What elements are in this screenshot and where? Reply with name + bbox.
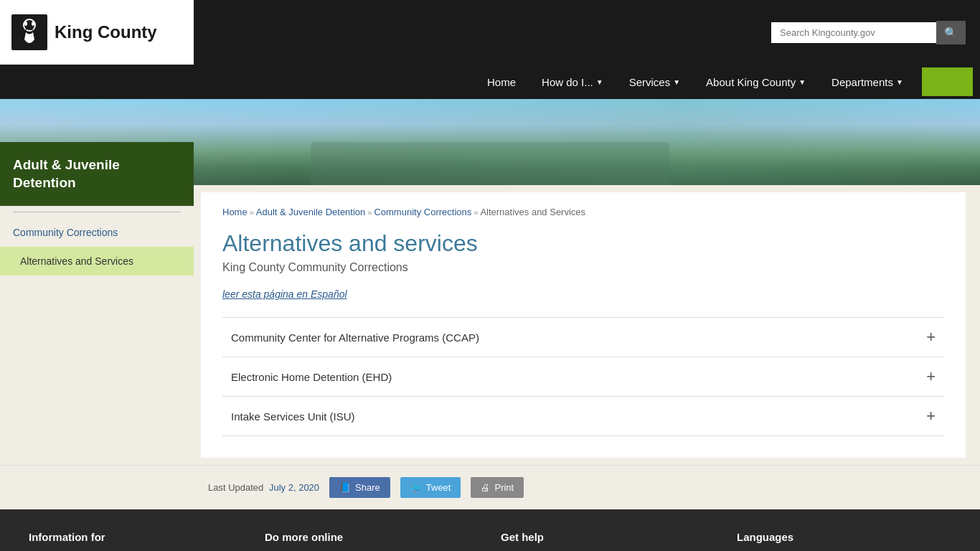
accordion-label-isu: Intake Services Unit (ISU) — [231, 410, 355, 423]
footer: Information for Residents Businesses Do … — [0, 509, 980, 551]
search-input[interactable] — [771, 22, 936, 43]
logo-icon: KC — [11, 14, 47, 50]
footer-col-languages: Languages En Español — [737, 531, 951, 551]
logo-area[interactable]: KC King County — [0, 0, 194, 65]
sidebar-item-alternatives-services[interactable]: Alternatives and Services — [0, 247, 194, 276]
accordion-plus-icon-ehd: + — [926, 369, 936, 385]
nav-departments[interactable]: Departments ▼ — [819, 65, 916, 99]
how-do-i-arrow-icon: ▼ — [596, 78, 603, 86]
accordion-plus-icon-isu: + — [926, 408, 936, 424]
services-arrow-icon: ▼ — [673, 78, 680, 86]
footer-col-online-title: Do more online — [265, 531, 479, 543]
main-container: Adult & Juvenile Detention Community Cor… — [0, 185, 980, 465]
nav-home[interactable]: Home — [474, 65, 529, 99]
bottom-bar: Last Updated July 2, 2020 📘 Share 🐦 Twee… — [0, 465, 980, 509]
sidebar-header: Adult & Juvenile Detention — [0, 142, 194, 206]
spanish-link[interactable]: leer esta página en Español — [222, 288, 347, 300]
accordion-item-ccap[interactable]: Community Center for Alternative Program… — [222, 317, 944, 357]
footer-col-info-title: Information for — [29, 531, 243, 543]
content-area: Home » Adult & Juvenile Detention » Comm… — [201, 192, 966, 458]
date-link[interactable]: July 2, 2020 — [269, 482, 319, 493]
last-updated-text: Last Updated July 2, 2020 — [208, 482, 319, 493]
departments-arrow-icon: ▼ — [896, 78, 903, 86]
accordion: Community Center for Alternative Program… — [222, 317, 944, 436]
breadcrumb-sep-3: » — [473, 208, 478, 217]
accordion-label-ehd: Electronic Home Detention (EHD) — [231, 371, 392, 383]
print-button[interactable]: 🖨 Print — [471, 477, 524, 498]
nav-how-do-i[interactable]: How do I... ▼ — [529, 65, 616, 99]
breadcrumb-home[interactable]: Home — [222, 207, 248, 217]
accordion-label-ccap: Community Center for Alternative Program… — [231, 331, 479, 344]
accordion-item-isu[interactable]: Intake Services Unit (ISU) + — [222, 396, 944, 436]
nav-services[interactable]: Services ▼ — [616, 65, 693, 99]
search-button[interactable]: 🔍 — [936, 21, 966, 44]
sidebar-divider — [13, 212, 181, 212]
logo-text: King County — [55, 23, 157, 42]
navigation-bar: Home How do I... ▼ Services ▼ About King… — [0, 65, 980, 99]
breadcrumb: Home » Adult & Juvenile Detention » Comm… — [222, 207, 944, 217]
facebook-icon: 📘 — [339, 482, 351, 493]
twitter-icon: 🐦 — [410, 482, 422, 493]
breadcrumb-detention[interactable]: Adult & Juvenile Detention — [256, 207, 365, 217]
sidebar: Adult & Juvenile Detention Community Cor… — [0, 142, 194, 465]
king-county-face-icon: KC — [11, 14, 47, 50]
search-box: 🔍 — [771, 21, 966, 44]
tweet-button[interactable]: 🐦 Tweet — [400, 477, 461, 498]
footer-col-help: Get help Contact us ✉ Customer service — [501, 531, 715, 551]
nav-about[interactable]: About King County ▼ — [693, 65, 819, 99]
sidebar-item-community-corrections[interactable]: Community Corrections — [0, 218, 194, 247]
print-icon: 🖨 — [481, 482, 490, 493]
svg-text:KC: KC — [25, 25, 34, 32]
share-button[interactable]: 📘 Share — [329, 477, 390, 498]
footer-col-info: Information for Residents Businesses — [29, 531, 243, 551]
breadcrumb-sep-1: » — [250, 208, 254, 217]
breadcrumb-current: Alternatives and Services — [480, 207, 585, 217]
breadcrumb-sep-2: » — [367, 208, 372, 217]
action-button[interactable] — [922, 67, 973, 96]
footer-col-languages-title: Languages — [737, 531, 951, 543]
breadcrumb-corrections[interactable]: Community Corrections — [374, 207, 471, 217]
footer-col-help-title: Get help — [501, 531, 715, 543]
about-arrow-icon: ▼ — [798, 78, 806, 86]
page-subtitle: King County Community Corrections — [222, 261, 944, 274]
accordion-plus-icon-ccap: + — [926, 329, 936, 345]
footer-col-online: Do more online Trip Planner Property tax… — [265, 531, 479, 551]
page-title: Alternatives and services — [222, 230, 944, 257]
accordion-item-ehd[interactable]: Electronic Home Detention (EHD) + — [222, 357, 944, 396]
